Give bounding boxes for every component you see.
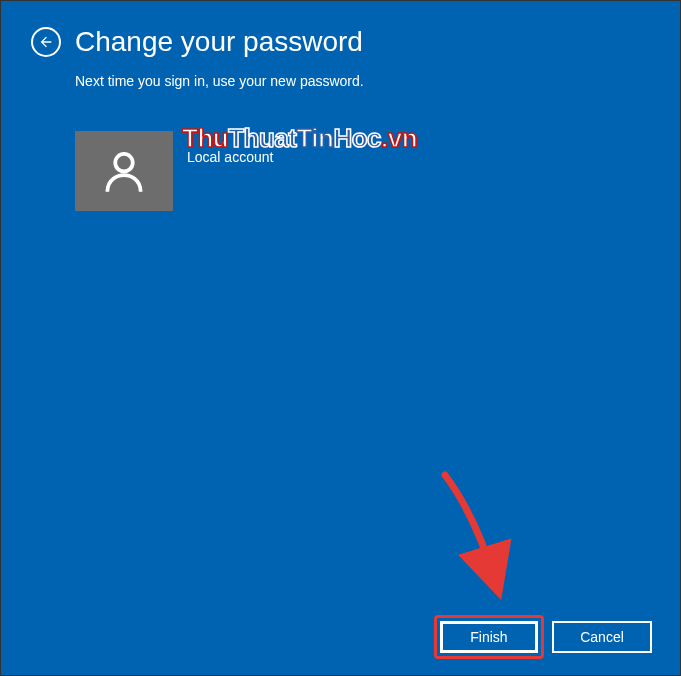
- cancel-button[interactable]: Cancel: [552, 621, 652, 653]
- account-type-label: Local account: [187, 149, 273, 165]
- finish-highlight: Finish: [434, 615, 544, 659]
- page-subtitle: Next time you sign in, use your new pass…: [1, 67, 680, 89]
- avatar: [75, 131, 173, 211]
- finish-button[interactable]: Finish: [440, 621, 538, 653]
- page-title: Change your password: [75, 28, 363, 56]
- user-icon: [99, 146, 149, 196]
- footer-buttons: Finish Cancel: [440, 621, 652, 653]
- content-area: ThuThuatTinHoc.vn Local account: [1, 89, 680, 211]
- arrow-left-icon: [38, 34, 54, 50]
- annotation-arrow: [430, 465, 520, 605]
- back-button[interactable]: [31, 27, 61, 57]
- svg-point-0: [115, 154, 133, 172]
